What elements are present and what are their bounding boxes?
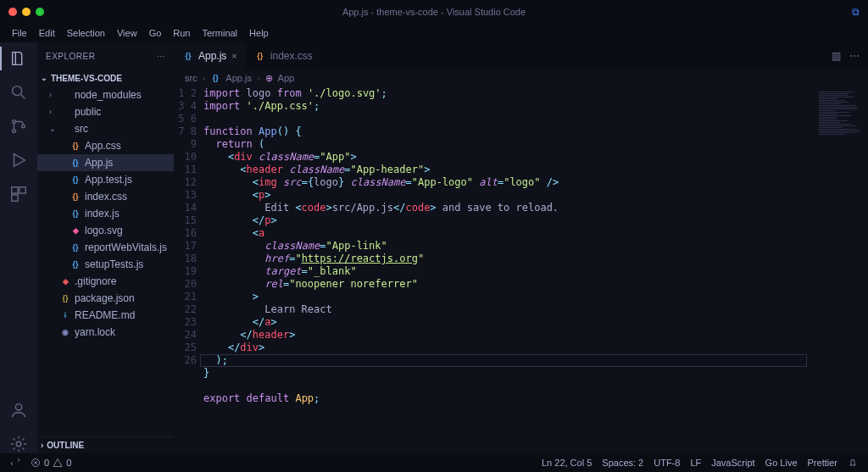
code-line[interactable]: [203, 380, 814, 392]
code-line[interactable]: href="https://reactjs.org": [203, 253, 814, 265]
breadcrumb-segment[interactable]: App: [278, 73, 295, 83]
code-line[interactable]: </p>: [203, 214, 814, 227]
file-App-css[interactable]: {}App.css: [37, 137, 174, 154]
project-section[interactable]: ⌄ THEME-VS-CODE: [37, 69, 174, 86]
tab-App-js[interactable]: {}App.js×: [175, 42, 247, 69]
status-prettier[interactable]: Prettier: [803, 458, 843, 468]
code-line[interactable]: rel="noopener noreferrer": [203, 278, 814, 291]
file-reportWebVitals-js[interactable]: {}reportWebVitals.js: [37, 239, 174, 256]
status-ln-22-col-5[interactable]: Ln 22, Col 5: [537, 458, 597, 468]
file--gitignore[interactable]: ◆.gitignore: [37, 273, 174, 290]
folder-node_modules[interactable]: ›node_modules: [37, 86, 174, 103]
menu-terminal[interactable]: Terminal: [198, 26, 243, 40]
code-line[interactable]: </header>: [203, 329, 814, 342]
code-line[interactable]: <header className="App-header">: [203, 164, 814, 176]
file-index-css[interactable]: {}index.css: [37, 188, 174, 205]
svg-rect-5: [19, 187, 25, 193]
file-App-test-js[interactable]: {}App.test.js: [37, 171, 174, 188]
code-line[interactable]: import logo from './logo.svg';: [203, 87, 814, 100]
svg-point-2: [13, 130, 16, 133]
code-line[interactable]: >: [203, 291, 814, 303]
explorer-more-icon[interactable]: ⋯: [157, 52, 166, 61]
explorer-icon[interactable]: [9, 49, 28, 68]
code-line[interactable]: export default App;: [203, 392, 814, 405]
file-README-md[interactable]: iREADME.md: [37, 307, 174, 324]
file-yarn-lock[interactable]: ◉yarn.lock: [37, 324, 174, 341]
extensions-icon[interactable]: [9, 185, 28, 203]
menu-selection[interactable]: Selection: [62, 26, 110, 40]
code-line[interactable]: Edit <code>src/App.js</code> and save to…: [203, 202, 814, 214]
code-line[interactable]: );: [203, 354, 814, 367]
status-go-live[interactable]: Go Live: [760, 458, 803, 468]
menu-go[interactable]: Go: [144, 26, 167, 40]
file-setupTests-js[interactable]: {}setupTests.js: [37, 256, 174, 273]
code-editor[interactable]: import logo from './logo.svg';import './…: [203, 86, 814, 453]
code-line[interactable]: }: [203, 367, 814, 380]
tree-item-label: node_modules: [75, 89, 142, 101]
settings-gear-icon[interactable]: [9, 435, 28, 453]
run-debug-icon[interactable]: [9, 151, 28, 169]
code-line[interactable]: </div>: [203, 342, 814, 354]
js-icon: {}: [70, 158, 81, 168]
notifications-bell-icon[interactable]: [843, 458, 863, 468]
code-line[interactable]: </a>: [203, 316, 814, 329]
status-javascript[interactable]: JavaScript: [706, 458, 760, 468]
code-line[interactable]: [203, 113, 814, 125]
activity-bar: [0, 42, 37, 453]
svg-rect-6: [12, 195, 18, 201]
breadcrumb[interactable]: src›{}App.js›⊕App: [175, 69, 868, 86]
problems-indicator[interactable]: 0 0: [25, 458, 76, 468]
code-line[interactable]: import './App.css';: [203, 100, 814, 113]
close-tab-icon[interactable]: ×: [231, 51, 236, 61]
code-line[interactable]: function App() {: [203, 125, 814, 138]
css-icon: {}: [70, 141, 81, 151]
menubar: FileEditSelectionViewGoRunTerminalHelp: [0, 24, 868, 42]
svg-rect-4: [12, 187, 18, 193]
tree-item-label: App.css: [85, 140, 121, 152]
menu-edit[interactable]: Edit: [34, 26, 60, 40]
tree-item-label: index.css: [85, 191, 127, 203]
file-index-js[interactable]: {}index.js: [37, 205, 174, 222]
code-line[interactable]: target="_blank": [203, 265, 814, 278]
code-line[interactable]: <p>: [203, 189, 814, 202]
accounts-icon[interactable]: [9, 401, 28, 419]
outline-section[interactable]: › OUTLINE: [37, 436, 174, 453]
folder-icon: [60, 107, 70, 117]
code-line[interactable]: return (: [203, 138, 814, 151]
file-App-js[interactable]: {}App.js: [37, 154, 174, 171]
code-line[interactable]: <div className="App">: [203, 151, 814, 164]
status-lf[interactable]: LF: [685, 458, 706, 468]
file-package-json[interactable]: {}package.json: [37, 290, 174, 307]
code-line[interactable]: Learn React: [203, 303, 814, 316]
source-control-icon[interactable]: [9, 117, 28, 136]
menu-file[interactable]: File: [7, 26, 32, 40]
remote-indicator[interactable]: [5, 458, 25, 468]
close-window-button[interactable]: [8, 8, 17, 16]
maximize-window-button[interactable]: [36, 8, 44, 16]
code-line[interactable]: <img src={logo} className="App-logo" alt…: [203, 176, 814, 189]
breadcrumb-segment[interactable]: App.js: [225, 73, 252, 83]
vscode-logo-icon: ⧉: [852, 6, 868, 18]
code-line[interactable]: <a: [203, 227, 814, 240]
status-spaces-2[interactable]: Spaces: 2: [597, 458, 648, 468]
tree-item-label: logo.svg: [85, 225, 123, 236]
menu-help[interactable]: Help: [244, 26, 274, 40]
editor-more-icon[interactable]: ⋯: [849, 50, 860, 62]
menu-view[interactable]: View: [112, 26, 142, 40]
tree-item-label: index.js: [85, 208, 120, 219]
folder-src[interactable]: ⌄src: [37, 120, 174, 137]
menu-run[interactable]: Run: [168, 26, 195, 40]
js-icon: {}: [210, 73, 220, 83]
titlebar: App.js - theme-vs-code - Visual Studio C…: [0, 0, 868, 24]
minimap[interactable]: [814, 86, 868, 453]
search-icon[interactable]: [9, 83, 28, 102]
code-line[interactable]: className="App-link": [203, 240, 814, 253]
breadcrumb-segment[interactable]: src: [185, 73, 198, 83]
split-editor-icon[interactable]: ▥: [832, 50, 841, 62]
minimize-window-button[interactable]: [22, 8, 31, 16]
tab-index-css[interactable]: {}index.css: [247, 42, 322, 69]
status-utf-8[interactable]: UTF-8: [648, 458, 685, 468]
code-line[interactable]: [203, 405, 814, 418]
folder-public[interactable]: ›public: [37, 103, 174, 120]
file-logo-svg[interactable]: ◆logo.svg: [37, 222, 174, 239]
